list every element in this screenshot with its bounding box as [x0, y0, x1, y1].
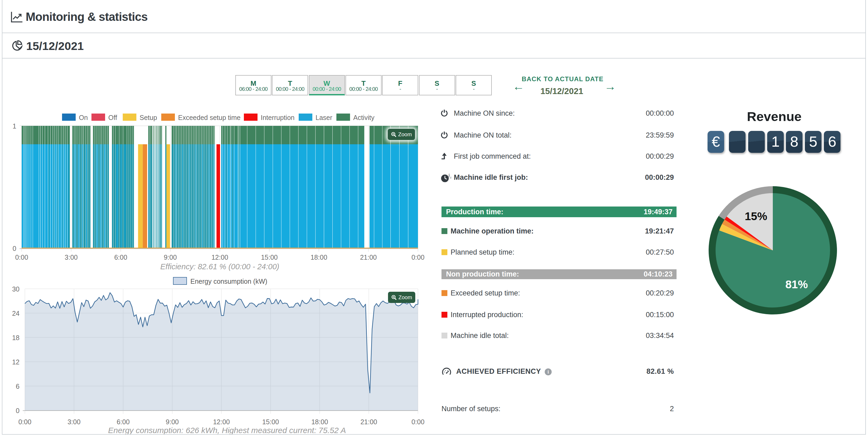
svg-text:81%: 81% [785, 278, 808, 291]
svg-text:9:00: 9:00 [166, 418, 179, 426]
svg-text:12:00: 12:00 [213, 418, 230, 426]
svg-text:21:00: 21:00 [360, 254, 377, 261]
svg-text:0:00: 0:00 [411, 418, 425, 426]
svg-text:30: 30 [12, 285, 20, 293]
svg-text:0:00: 0:00 [15, 254, 28, 261]
svg-text:Energy consumption: 626 kWh, H: Energy consumption: 626 kWh, Highest mea… [108, 426, 346, 435]
svg-text:z: z [449, 173, 450, 175]
svg-text:6: 6 [16, 382, 20, 390]
svg-text:3:00: 3:00 [67, 418, 81, 426]
svg-text:21:00: 21:00 [361, 418, 377, 426]
svg-text:0: 0 [16, 407, 20, 414]
svg-text:6:00: 6:00 [114, 254, 127, 261]
svg-text:9:00: 9:00 [164, 254, 177, 261]
svg-text:18:00: 18:00 [310, 254, 327, 261]
svg-text:z: z [450, 176, 452, 179]
svg-text:15:00: 15:00 [262, 418, 279, 426]
svg-text:18: 18 [12, 334, 20, 341]
svg-text:12:00: 12:00 [212, 254, 228, 261]
svg-text:18:00: 18:00 [311, 418, 328, 426]
svg-text:15%: 15% [745, 210, 767, 223]
svg-text:3:00: 3:00 [65, 254, 78, 261]
svg-text:0:00: 0:00 [19, 418, 32, 426]
svg-text:0: 0 [12, 245, 16, 252]
svg-text:Efficiency: 82.61 % (00:00 - 2: Efficiency: 82.61 % (00:00 - 24:00) [160, 262, 279, 271]
svg-text:15:00: 15:00 [261, 254, 278, 261]
svg-text:0:00: 0:00 [411, 254, 425, 261]
svg-text:24: 24 [12, 310, 20, 317]
svg-text:12: 12 [12, 358, 20, 366]
svg-text:6:00: 6:00 [117, 418, 130, 426]
svg-text:1: 1 [12, 122, 16, 130]
